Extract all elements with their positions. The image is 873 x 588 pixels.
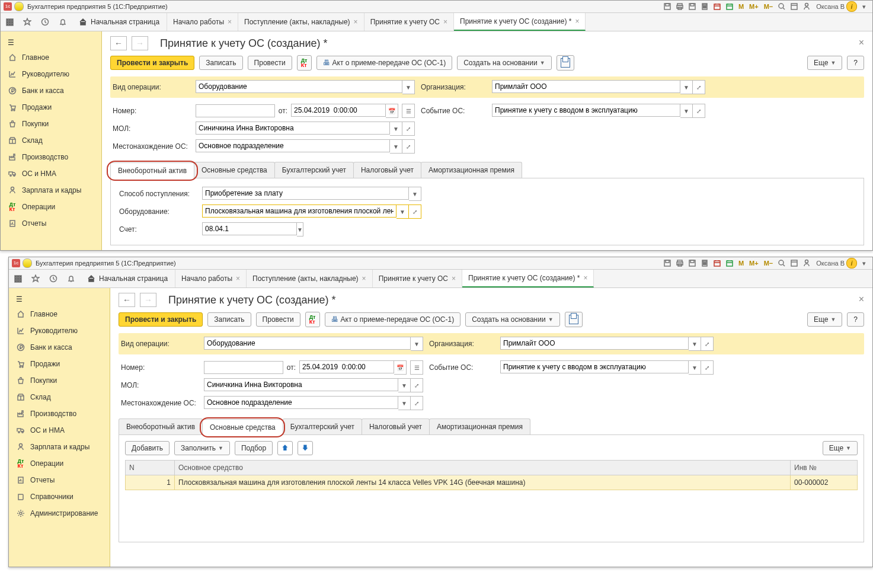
tab-asset-accept-create[interactable]: Принятие к учету ОС (создание) *× bbox=[454, 13, 586, 31]
menu-caret-icon[interactable]: ▾ bbox=[859, 258, 869, 269]
number-input[interactable] bbox=[204, 361, 283, 374]
sidebar-item-reports[interactable]: Отчеты bbox=[1, 215, 101, 232]
org-field[interactable]: ▼ ⤢ bbox=[492, 80, 705, 94]
sidebar-item-manager[interactable]: Руководителю bbox=[1, 66, 101, 82]
info-icon[interactable]: i bbox=[846, 258, 857, 269]
inner-tab-tax[interactable]: Налоговый учет bbox=[353, 162, 421, 178]
sidebar-item-assets[interactable]: ОС и НМА bbox=[9, 422, 110, 439]
dropdown-icon[interactable]: ▼ bbox=[390, 139, 402, 154]
account-input[interactable] bbox=[202, 222, 297, 235]
close-icon[interactable]: × bbox=[362, 274, 366, 283]
open-icon[interactable]: ⤢ bbox=[409, 204, 421, 219]
post-button[interactable]: Провести bbox=[248, 56, 292, 70]
menu-caret-icon[interactable]: ▾ bbox=[859, 1, 869, 12]
sidebar-item-admin[interactable]: Администрирование bbox=[9, 505, 110, 522]
sidebar-item-sales[interactable]: Продажи bbox=[9, 356, 110, 372]
extra-icon[interactable]: ☰ bbox=[410, 360, 423, 375]
location-input[interactable] bbox=[196, 139, 390, 152]
open-icon[interactable]: ⤢ bbox=[402, 139, 415, 154]
create-based-button[interactable]: Создать на основании▼ bbox=[465, 312, 559, 327]
history-icon[interactable] bbox=[44, 270, 62, 287]
inner-tab-noncurrent[interactable]: Внеоборотный актив bbox=[110, 162, 194, 178]
dropdown-icon[interactable] bbox=[14, 2, 24, 11]
windows-icon[interactable] bbox=[789, 258, 800, 269]
receipt-method-field[interactable]: ▼ bbox=[202, 187, 421, 201]
tab-asset-accept-create[interactable]: Принятие к учету ОС (создание) *× bbox=[462, 270, 594, 287]
m-minus-button[interactable]: M− bbox=[762, 258, 775, 269]
post-and-close-button[interactable]: Провести и закрыть bbox=[110, 56, 194, 70]
org-input[interactable] bbox=[500, 337, 689, 350]
sidebar-item-assets[interactable]: ОС и НМА bbox=[1, 165, 101, 182]
home-tab[interactable]: Начальная страница bbox=[80, 270, 175, 287]
close-icon[interactable]: × bbox=[228, 18, 232, 26]
open-icon[interactable]: ⤢ bbox=[402, 122, 415, 136]
op-type-input[interactable] bbox=[196, 80, 402, 93]
tab-receipts[interactable]: Поступление (акты, накладные)× bbox=[238, 13, 364, 31]
notifications-icon[interactable] bbox=[62, 270, 80, 287]
col-n[interactable]: N bbox=[126, 461, 175, 475]
close-icon[interactable]: × bbox=[354, 18, 358, 26]
m-button[interactable]: M bbox=[737, 258, 746, 269]
close-icon[interactable]: × bbox=[236, 274, 240, 283]
org-field[interactable]: ▼ ⤢ bbox=[500, 337, 714, 351]
tab-asset-accept[interactable]: Принятие к учету ОС× bbox=[373, 270, 462, 287]
table-row[interactable]: 1 Плосковязальная машина для изготовлени… bbox=[126, 475, 858, 490]
create-based-button[interactable]: Создать на основании▼ bbox=[457, 56, 551, 70]
open-icon[interactable]: ⤢ bbox=[411, 396, 423, 410]
more-button[interactable]: Еще▼ bbox=[807, 56, 842, 70]
dtkt-button[interactable]: ДтКт bbox=[297, 55, 312, 71]
mol-input[interactable] bbox=[204, 378, 398, 391]
add-button[interactable]: Добавить bbox=[125, 441, 170, 455]
extra-icon[interactable]: ☰ bbox=[402, 104, 415, 118]
sidebar-item-catalogs[interactable]: Справочники bbox=[9, 488, 110, 505]
equipment-field[interactable]: ▼ ⤢ bbox=[202, 204, 421, 219]
schedule-icon[interactable] bbox=[724, 258, 735, 269]
post-and-close-button[interactable]: Провести и закрыть bbox=[119, 312, 203, 327]
sidebar-item-salary[interactable]: Зарплата и кадры bbox=[1, 182, 101, 199]
apps-grid-icon[interactable] bbox=[1, 13, 18, 31]
inner-tab-accounting[interactable]: Бухгалтерский учет bbox=[274, 162, 354, 178]
cell-inv[interactable]: 00-000002 bbox=[791, 475, 858, 490]
schedule-icon[interactable] bbox=[724, 1, 735, 12]
op-type-input[interactable] bbox=[204, 337, 411, 350]
sidebar-item-manager[interactable]: Руководителю bbox=[9, 322, 110, 339]
windows-icon[interactable] bbox=[789, 1, 800, 12]
m-plus-button[interactable]: M+ bbox=[747, 258, 760, 269]
dropdown-icon[interactable] bbox=[23, 258, 32, 268]
open-icon[interactable]: ⤢ bbox=[693, 80, 705, 94]
post-button[interactable]: Провести bbox=[256, 312, 300, 327]
mol-input[interactable] bbox=[196, 122, 390, 135]
notifications-icon[interactable] bbox=[54, 13, 72, 31]
print-icon[interactable] bbox=[674, 1, 685, 12]
favorites-icon[interactable] bbox=[18, 13, 36, 31]
dropdown-icon[interactable]: ▼ bbox=[680, 104, 693, 118]
close-page-icon[interactable]: × bbox=[859, 37, 864, 48]
inner-tab-assets[interactable]: Основные средства bbox=[194, 162, 275, 178]
save-button[interactable]: Записать bbox=[199, 56, 242, 70]
sidebar-item-purchases[interactable]: Покупки bbox=[9, 372, 110, 389]
dropdown-icon[interactable]: ▼ bbox=[402, 80, 415, 94]
dropdown-icon[interactable]: ▼ bbox=[409, 187, 421, 201]
sidebar-item-warehouse[interactable]: Склад bbox=[1, 132, 101, 149]
info-icon[interactable]: i bbox=[846, 1, 857, 12]
event-input[interactable] bbox=[500, 360, 689, 373]
nav-forward-button[interactable]: → bbox=[132, 36, 148, 50]
calendar-icon[interactable]: 📅 bbox=[386, 104, 398, 118]
move-up-button[interactable]: 🡅 bbox=[277, 441, 293, 455]
home-tab[interactable]: Начальная страница bbox=[72, 13, 167, 31]
sidebar-item-operations[interactable]: ДтКтОперации bbox=[1, 199, 101, 215]
sidebar-item-bank[interactable]: Банк и касса bbox=[1, 82, 101, 99]
op-type-field[interactable]: ▼ bbox=[204, 337, 423, 351]
open-icon[interactable]: ⤢ bbox=[701, 360, 714, 375]
more-button[interactable]: Еще▼ bbox=[823, 441, 858, 455]
sidebar-item-production[interactable]: Производство bbox=[1, 149, 101, 165]
sidebar-item-warehouse[interactable]: Склад bbox=[9, 389, 110, 405]
account-field[interactable]: ▼ bbox=[202, 222, 261, 237]
dropdown-icon[interactable]: ▼ bbox=[398, 396, 411, 410]
open-icon[interactable]: ⤢ bbox=[701, 337, 714, 351]
dropdown-icon[interactable]: ▼ bbox=[689, 360, 701, 375]
dropdown-icon[interactable]: ▼ bbox=[411, 337, 423, 351]
close-icon[interactable]: × bbox=[575, 17, 579, 25]
sidebar-toggle[interactable]: ☰ bbox=[9, 293, 110, 306]
m-minus-button[interactable]: M− bbox=[762, 1, 775, 12]
